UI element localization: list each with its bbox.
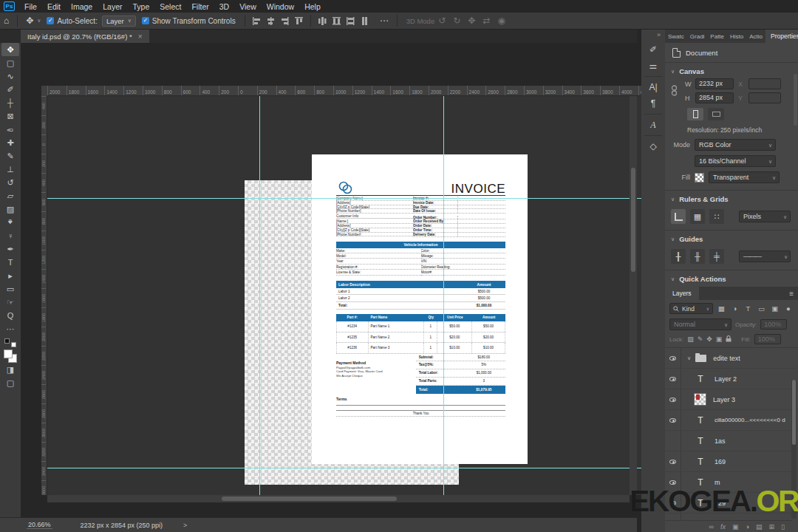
distribute-h-icon[interactable] xyxy=(318,17,327,25)
layer-name[interactable]: Layer 2 xyxy=(715,375,737,383)
lock-artboard-icon[interactable]: ▣ xyxy=(716,335,723,343)
brush-settings-panel-icon[interactable]: ✐ xyxy=(644,41,662,58)
gradient-tool[interactable]: ▨ xyxy=(1,202,19,216)
lock-position-icon[interactable]: ✥ xyxy=(706,335,712,343)
ruler-corner[interactable] xyxy=(41,86,47,96)
tab-actions[interactable]: Actio xyxy=(746,33,765,40)
lock-transparency-icon[interactable]: ▨ xyxy=(687,335,694,343)
menu-item[interactable]: Edit xyxy=(42,2,66,11)
type-tool[interactable]: T xyxy=(1,256,19,269)
layer-row[interactable]: T cilla000000...<<<<<<<<0 d xyxy=(665,410,798,431)
tab-swatches[interactable]: Swatc xyxy=(665,33,687,40)
edit-toolbar-icon[interactable]: ⋯ xyxy=(1,322,19,335)
quick-actions-section-header[interactable]: ∨ Quick Actions xyxy=(665,270,798,286)
lasso-tool[interactable]: ∿ xyxy=(1,69,19,83)
distribute-center-icon[interactable] xyxy=(347,17,355,25)
distribute-v-icon[interactable] xyxy=(332,17,341,25)
layer-row[interactable]: T Layer 2 xyxy=(665,369,798,389)
guide-vertical[interactable] xyxy=(259,96,260,495)
bit-depth-dropdown[interactable]: 16 Bits/Channel xyxy=(695,155,776,167)
link-dimensions-icon[interactable] xyxy=(671,84,678,98)
panel-scrollbar[interactable] xyxy=(794,74,797,126)
move-tool-icon[interactable]: ✥ xyxy=(22,16,37,26)
default-colors-icon[interactable] xyxy=(4,338,16,347)
filter-shape-layers-icon[interactable]: ▭ xyxy=(757,303,767,314)
ruler-units-dropdown[interactable]: Pixels xyxy=(739,211,791,222)
tab-properties[interactable]: Properties xyxy=(765,30,798,43)
lock-guides-button[interactable]: ╫ xyxy=(690,249,705,264)
align-top-icon[interactable] xyxy=(295,17,303,25)
chevron-down-icon[interactable]: ∨ xyxy=(37,18,41,24)
filter-type-layers-icon[interactable]: T xyxy=(743,303,753,314)
eyedropper-tool[interactable]: ✑ xyxy=(7,125,13,134)
zoom-tool[interactable]: Q xyxy=(1,309,19,322)
filter-toggle-icon[interactable]: ● xyxy=(783,303,794,314)
canvas-viewport[interactable]: INVOICE [Company Name][Address][City][Z … xyxy=(47,96,650,495)
move-tool[interactable]: ✥ xyxy=(1,43,19,56)
tab-layers[interactable]: Layers xyxy=(665,287,699,300)
visibility-toggle[interactable] xyxy=(665,369,681,389)
visibility-toggle[interactable] xyxy=(665,348,681,368)
scrollbar-thumb[interactable] xyxy=(631,168,635,271)
path-selection-tool[interactable]: ▸ xyxy=(1,269,19,282)
add-mask-icon[interactable]: ▣ xyxy=(732,523,739,531)
layer-thumbnail[interactable] xyxy=(694,393,706,406)
home-icon[interactable]: ⌂ xyxy=(0,16,13,26)
new-group-icon[interactable]: ▤ xyxy=(756,523,763,531)
link-layers-icon[interactable]: ∞ xyxy=(709,523,714,531)
menu-item[interactable]: 3D xyxy=(214,2,234,11)
dodge-tool[interactable]: ♀ xyxy=(1,229,19,242)
crop-tool[interactable]: ┼ xyxy=(1,96,19,109)
document-tab[interactable]: Italy id.psd @ 20.7% (RGB/16#) * × xyxy=(21,30,149,43)
guide-horizontal[interactable] xyxy=(47,468,650,468)
rulers-grids-section-header[interactable]: ∨ Rulers & Grids xyxy=(665,191,798,206)
object-selection-tool[interactable]: ✐ xyxy=(1,83,19,96)
visibility-toggle[interactable] xyxy=(665,451,681,471)
lock-all-icon[interactable] xyxy=(726,335,732,344)
height-field[interactable]: 2854 px xyxy=(695,92,734,103)
layer-row[interactable]: T 169 xyxy=(665,451,798,472)
menu-item[interactable]: Filter xyxy=(186,2,214,11)
filter-smart-objects-icon[interactable]: ▣ xyxy=(770,303,780,314)
glyphs-panel-icon[interactable]: A xyxy=(644,117,662,133)
layer-effects-icon[interactable]: fx xyxy=(720,523,726,531)
layer-name[interactable]: Layer 3 xyxy=(713,396,735,403)
menu-item[interactable]: Type xyxy=(127,2,154,11)
blur-tool[interactable]: ♠ xyxy=(8,218,13,227)
clone-stamp-tool[interactable]: ⊥ xyxy=(1,163,19,176)
menu-item[interactable]: File xyxy=(19,2,42,11)
layer-filter-dropdown[interactable]: Kind ∨ xyxy=(669,303,713,314)
toggle-grid-button[interactable]: ▦ xyxy=(690,209,705,224)
layer-row[interactable]: ∨ edite text xyxy=(665,348,798,369)
auto-select-checkbox[interactable]: ✓ xyxy=(47,17,54,24)
layer-row[interactable]: T 1as xyxy=(665,431,798,451)
filter-adjustment-layers-icon[interactable]: ◑ xyxy=(729,303,740,314)
scrollbar-thumb[interactable] xyxy=(792,380,796,445)
filter-pixel-layers-icon[interactable]: ▦ xyxy=(716,303,726,314)
layer-name[interactable]: 1as xyxy=(715,437,726,445)
tab-history[interactable]: Histo xyxy=(727,33,746,40)
vertical-scrollbar[interactable] xyxy=(630,96,637,495)
history-brush-tool[interactable]: ↺ xyxy=(1,176,19,189)
horizontal-scrollbar[interactable] xyxy=(47,495,630,502)
rectangle-tool[interactable]: ▭ xyxy=(1,282,19,296)
delete-layer-icon[interactable]: ▯ xyxy=(781,523,785,531)
width-field[interactable]: 2232 px xyxy=(695,78,734,89)
scrollbar-thumb[interactable] xyxy=(222,497,396,501)
clear-guides-button[interactable]: ╪ xyxy=(709,249,724,264)
align-right-icon[interactable] xyxy=(281,17,289,25)
guide-vertical[interactable] xyxy=(443,96,444,495)
3d-panel-icon[interactable]: ◇ xyxy=(644,138,662,154)
zoom-level-field[interactable]: 20.66% xyxy=(27,521,52,529)
layer-name[interactable]: 169 xyxy=(715,458,726,466)
panel-menu-icon[interactable]: ≡ xyxy=(789,290,798,298)
layer-name[interactable]: edite text xyxy=(713,355,740,362)
visibility-toggle[interactable] xyxy=(665,410,681,430)
paragraph-panel-icon[interactable]: ¶ xyxy=(644,95,662,112)
frame-tool[interactable]: ⊠ xyxy=(1,109,19,123)
status-chevron-icon[interactable]: > xyxy=(183,522,187,529)
layer-row[interactable]: Layer 3 xyxy=(665,389,798,410)
menu-item[interactable]: Image xyxy=(66,2,98,11)
align-center-h-icon[interactable] xyxy=(267,17,275,25)
landscape-orientation-button[interactable] xyxy=(708,108,724,120)
